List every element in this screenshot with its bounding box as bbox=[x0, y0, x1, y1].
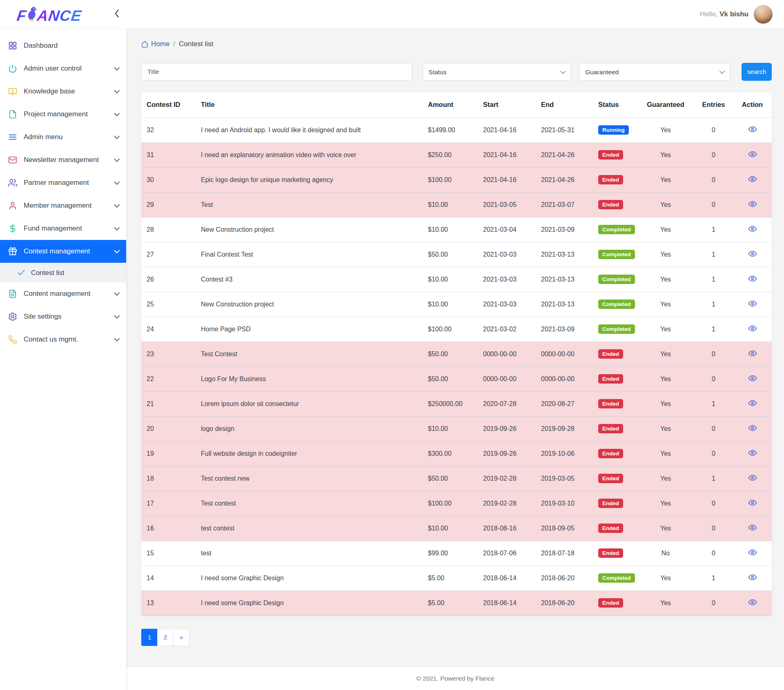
status-badge: Ended bbox=[598, 200, 623, 210]
file-icon bbox=[8, 109, 18, 119]
cell-start: 0000-00-00 bbox=[478, 342, 536, 366]
status-badge: Completed bbox=[598, 324, 635, 334]
cell-entries: 0 bbox=[694, 416, 733, 441]
cell-start: 2021-03-03 bbox=[478, 267, 536, 292]
view-eye-icon[interactable] bbox=[748, 349, 757, 358]
column-header-status: Status bbox=[593, 92, 637, 118]
check-icon bbox=[16, 268, 26, 277]
sidebar-item-label: Contest management bbox=[24, 247, 114, 255]
cell-amount: $300.00 bbox=[423, 441, 478, 466]
table-row: 13I need some Graphic Design$5.002018-06… bbox=[141, 590, 772, 615]
chevron-down-icon bbox=[114, 65, 120, 71]
pagination-page-1[interactable]: 1 bbox=[141, 629, 158, 646]
greeting-text: Hello, Vk bishu bbox=[700, 10, 748, 18]
cell-status: Ended bbox=[593, 516, 637, 541]
view-eye-icon[interactable] bbox=[748, 548, 757, 557]
brand-logo: F ANCE bbox=[0, 6, 127, 22]
cell-amount: $5.00 bbox=[423, 590, 478, 615]
view-eye-icon[interactable] bbox=[748, 399, 757, 408]
status-badge: Completed bbox=[598, 300, 635, 309]
view-eye-icon[interactable] bbox=[748, 150, 757, 159]
view-eye-icon[interactable] bbox=[748, 523, 757, 532]
cell-action bbox=[733, 416, 772, 441]
phone-icon bbox=[8, 335, 18, 344]
cell-action bbox=[733, 317, 772, 342]
view-eye-icon[interactable] bbox=[748, 598, 757, 607]
view-eye-icon[interactable] bbox=[748, 473, 757, 482]
column-header-amount: Amount bbox=[423, 92, 478, 118]
table-row: 19Full website design in codeigniter$300… bbox=[141, 441, 772, 466]
sidebar-item-admin-menu[interactable]: Admin menu bbox=[0, 126, 126, 149]
cell-amount: $50.00 bbox=[423, 342, 478, 366]
cell-amount: $10.00 bbox=[423, 267, 478, 292]
sidebar-item-content-management[interactable]: Content management bbox=[0, 282, 126, 305]
breadcrumb-current: Contest list bbox=[179, 40, 213, 48]
pagination-page-2[interactable]: 2 bbox=[157, 629, 174, 646]
pagination-next-button[interactable]: » bbox=[173, 629, 189, 646]
sidebar-item-partner-management[interactable]: Partner management bbox=[0, 171, 126, 194]
status-badge: Ended bbox=[598, 449, 623, 459]
sidebar-item-project-management[interactable]: Project management bbox=[0, 103, 126, 126]
cell-status: Completed bbox=[593, 292, 637, 317]
sidebar-item-dashboard[interactable]: Dashboard bbox=[0, 34, 126, 57]
sidebar-item-contest-management[interactable]: Contest management bbox=[0, 240, 126, 263]
sidebar-item-admin-user-control[interactable]: Admin user control bbox=[0, 57, 126, 80]
cell-title: Test contest new bbox=[196, 466, 423, 491]
status-filter-select[interactable]: Status bbox=[423, 63, 572, 81]
view-eye-icon[interactable] bbox=[748, 249, 757, 258]
sidebar-item-knowledge-base[interactable]: Knowledge base bbox=[0, 80, 126, 103]
user-area: Hello, Vk bishu bbox=[700, 5, 784, 24]
cell-end: 0000-00-00 bbox=[536, 342, 593, 366]
title-filter-input[interactable] bbox=[141, 63, 412, 81]
view-eye-icon[interactable] bbox=[748, 175, 757, 184]
view-eye-icon[interactable] bbox=[748, 200, 757, 209]
view-eye-icon[interactable] bbox=[748, 125, 757, 134]
sidebar-collapse-button[interactable] bbox=[109, 5, 125, 23]
cell-amount: $100.00 bbox=[423, 167, 478, 192]
cell-start: 2018-06-14 bbox=[478, 590, 536, 615]
contest-table-card: Contest IDTitleAmountStartEndStatusGuara… bbox=[141, 92, 772, 616]
logo-text-f: F bbox=[16, 9, 27, 22]
users-icon bbox=[8, 178, 18, 188]
sidebar-item-fund-management[interactable]: Fund management bbox=[0, 217, 126, 240]
sidebar-item-member-management[interactable]: Member management bbox=[0, 194, 126, 217]
guaranteed-filter-select[interactable]: Guaranteed bbox=[579, 63, 731, 81]
table-row: 23Test Contest$50.000000-00-000000-00-00… bbox=[141, 342, 772, 366]
view-eye-icon[interactable] bbox=[748, 448, 757, 457]
avatar[interactable] bbox=[754, 5, 773, 24]
breadcrumb-home-link[interactable]: Home bbox=[141, 40, 169, 48]
sidebar-item-contest-list[interactable]: Contest list bbox=[0, 263, 126, 282]
cell-end: 2021-03-13 bbox=[536, 267, 593, 292]
view-eye-icon[interactable] bbox=[748, 224, 757, 233]
pagination: 12» bbox=[141, 629, 189, 646]
view-eye-icon[interactable] bbox=[748, 274, 757, 283]
sidebar-item-contact-us-mgmt[interactable]: Contact us mgmt. bbox=[0, 328, 126, 351]
view-eye-icon[interactable] bbox=[748, 299, 757, 308]
sidebar-item-newsletter-management[interactable]: Newsletter management bbox=[0, 149, 126, 171]
column-header-start: Start bbox=[478, 92, 536, 118]
cell-end: 2018-07-18 bbox=[536, 541, 593, 566]
cell-entries: 1 bbox=[694, 317, 733, 342]
username: Vk bishu bbox=[719, 10, 748, 18]
cell-title: I need some Graphic Design bbox=[196, 566, 423, 590]
cell-start: 2018-08-16 bbox=[478, 516, 536, 541]
sidebar-item-site-settings[interactable]: Site settings bbox=[0, 305, 126, 328]
status-badge: Ended bbox=[598, 150, 623, 160]
status-badge: Ended bbox=[598, 349, 623, 359]
search-button[interactable]: search bbox=[742, 63, 772, 81]
cell-title: test bbox=[196, 541, 423, 566]
view-eye-icon[interactable] bbox=[748, 424, 757, 433]
table-row: 18Test contest new$50.002019-02-282019-0… bbox=[141, 466, 772, 491]
cell-entries: 0 bbox=[694, 590, 733, 615]
view-eye-icon[interactable] bbox=[748, 573, 757, 582]
view-eye-icon[interactable] bbox=[748, 374, 757, 383]
cell-amount: $250.00 bbox=[423, 142, 478, 167]
cell-entries: 1 bbox=[694, 217, 733, 242]
chevron-down-icon bbox=[114, 133, 120, 139]
cell-title: Test bbox=[196, 192, 423, 217]
view-eye-icon[interactable] bbox=[748, 324, 757, 333]
cell-contest-id: 28 bbox=[141, 217, 196, 242]
view-eye-icon[interactable] bbox=[748, 498, 757, 507]
cell-title: logo design bbox=[196, 416, 423, 441]
cell-guaranteed: Yes bbox=[637, 142, 694, 167]
